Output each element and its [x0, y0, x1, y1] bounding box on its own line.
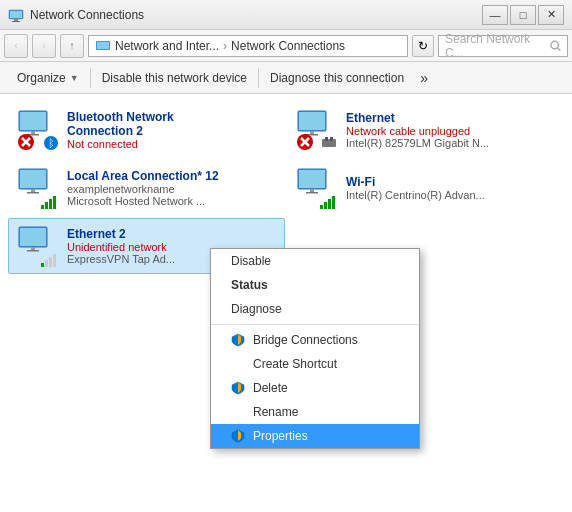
red-x-overlay-ethernet — [296, 133, 314, 151]
network-item-ethernet[interactable]: Ethernet Network cable unplugged Intel(R… — [287, 102, 564, 158]
ctx-bridge[interactable]: Bridge Connections — [211, 328, 419, 352]
svg-line-7 — [557, 47, 560, 50]
address-bar: ‹ › ↑ Network and Inter... › Network Con… — [0, 30, 572, 62]
svg-rect-36 — [299, 170, 325, 188]
svg-rect-38 — [306, 192, 318, 194]
bluetooth-status: Not connected — [67, 138, 276, 150]
svg-rect-37 — [310, 189, 314, 192]
toolbar-divider-1 — [90, 68, 91, 88]
ctx-disable[interactable]: Disable — [211, 249, 419, 273]
wifi-network-info: Wi-Fi Intel(R) Centrino(R) Advan... — [346, 175, 555, 201]
wifi-signal-icon — [320, 195, 338, 209]
svg-rect-47 — [41, 263, 44, 267]
ctx-status[interactable]: Status — [211, 273, 419, 297]
ctx-rename-label: Rename — [253, 405, 298, 419]
ethernet2-icon-wrap — [17, 225, 59, 267]
toolbar: Organize ▼ Disable this network device D… — [0, 62, 572, 94]
forward-button[interactable]: › — [32, 34, 56, 58]
maximize-button[interactable]: □ — [510, 5, 536, 25]
diagnose-button[interactable]: Diagnose this connection — [261, 64, 413, 92]
path-icon — [95, 38, 111, 54]
svg-text:ᛒ: ᛒ — [48, 137, 55, 149]
shield-icon-properties — [231, 429, 245, 443]
network-item-bluetooth[interactable]: ᛒ Bluetooth NetworkConnection 2 Not conn… — [8, 102, 285, 158]
path-separator: › — [223, 39, 227, 53]
shield-icon-delete — [231, 381, 245, 395]
window-icon — [8, 7, 24, 23]
svg-rect-32 — [45, 202, 48, 209]
ctx-bridge-label: Bridge Connections — [253, 333, 358, 347]
svg-rect-1 — [10, 11, 22, 18]
search-placeholder: Search Network C... — [445, 32, 546, 60]
local-name: Local Area Connection* 12 — [67, 169, 276, 183]
ethernet2-signal-icon — [41, 253, 59, 267]
title-bar-left: Network Connections — [8, 7, 144, 23]
ctx-shortcut[interactable]: Create Shortcut — [211, 352, 419, 376]
svg-rect-40 — [324, 202, 327, 209]
svg-rect-45 — [31, 247, 35, 250]
wifi-name: Wi-Fi — [346, 175, 555, 189]
ethernet-detail: Intel(R) 82579LM Gigabit N... — [346, 137, 555, 149]
organize-chevron: ▼ — [70, 73, 79, 83]
svg-rect-29 — [31, 189, 35, 192]
search-icon — [550, 40, 561, 52]
svg-point-6 — [551, 41, 559, 49]
disable-button[interactable]: Disable this network device — [93, 64, 256, 92]
ethernet-plug-icon — [320, 133, 338, 151]
address-path[interactable]: Network and Inter... › Network Connectio… — [88, 35, 408, 57]
svg-rect-49 — [49, 257, 52, 267]
red-x-overlay-bluetooth — [17, 133, 35, 151]
local-icon-wrap — [17, 167, 59, 209]
organize-button[interactable]: Organize ▼ — [8, 64, 88, 92]
more-button[interactable]: » — [413, 64, 435, 92]
diagnose-label: Diagnose this connection — [270, 71, 404, 85]
svg-rect-48 — [45, 260, 48, 267]
ctx-delete[interactable]: Delete — [211, 376, 419, 400]
minimize-button[interactable]: — — [482, 5, 508, 25]
refresh-button[interactable]: ↻ — [412, 35, 434, 57]
ctx-diagnose-label: Diagnose — [231, 302, 282, 316]
context-menu: Disable Status Diagnose Bridge Connectio… — [210, 248, 420, 449]
ctx-disable-label: Disable — [231, 254, 271, 268]
svg-rect-42 — [332, 196, 335, 209]
svg-rect-50 — [53, 254, 56, 267]
wifi-detail: Intel(R) Centrino(R) Advan... — [346, 189, 555, 201]
ctx-delete-label: Delete — [253, 381, 288, 395]
network-item-wifi[interactable]: Wi-Fi Intel(R) Centrino(R) Advan... — [287, 160, 564, 216]
path-segment-2: Network Connections — [231, 39, 345, 53]
bluetooth-icon-wrap: ᛒ — [17, 109, 59, 151]
ctx-sep-1 — [211, 324, 419, 325]
close-button[interactable]: ✕ — [538, 5, 564, 25]
search-box[interactable]: Search Network C... — [438, 35, 568, 57]
back-button[interactable]: ‹ — [4, 34, 28, 58]
bluetooth-network-info: Bluetooth NetworkConnection 2 Not connec… — [67, 110, 276, 150]
ctx-properties[interactable]: Properties — [211, 424, 419, 448]
svg-rect-33 — [49, 199, 52, 209]
network-item-local[interactable]: Local Area Connection* 12 examplenetwork… — [8, 160, 285, 216]
svg-rect-26 — [330, 137, 333, 141]
ethernet-status: Network cable unplugged — [346, 125, 555, 137]
local-detail: Microsoft Hosted Network ... — [67, 195, 276, 207]
ethernet2-name: Ethernet 2 — [67, 227, 276, 241]
bluetooth-symbol-icon: ᛒ — [43, 135, 59, 151]
ethernet-name: Ethernet — [346, 111, 555, 125]
organize-label: Organize — [17, 71, 66, 85]
local-status: examplenetworkname — [67, 183, 276, 195]
path-segment-1: Network and Inter... — [115, 39, 219, 53]
up-button[interactable]: ↑ — [60, 34, 84, 58]
svg-rect-24 — [322, 139, 336, 147]
ctx-diagnose[interactable]: Diagnose — [211, 297, 419, 321]
svg-rect-39 — [320, 205, 323, 209]
svg-rect-34 — [53, 196, 56, 209]
svg-rect-28 — [20, 170, 46, 188]
toolbar-divider-2 — [258, 68, 259, 88]
disable-label: Disable this network device — [102, 71, 247, 85]
svg-rect-44 — [20, 228, 46, 246]
svg-rect-3 — [12, 21, 20, 22]
shield-icon-bridge — [231, 333, 245, 347]
window-title: Network Connections — [30, 8, 144, 22]
svg-rect-30 — [27, 192, 39, 194]
svg-rect-2 — [14, 19, 18, 21]
local-network-info: Local Area Connection* 12 examplenetwork… — [67, 169, 276, 207]
ctx-rename[interactable]: Rename — [211, 400, 419, 424]
